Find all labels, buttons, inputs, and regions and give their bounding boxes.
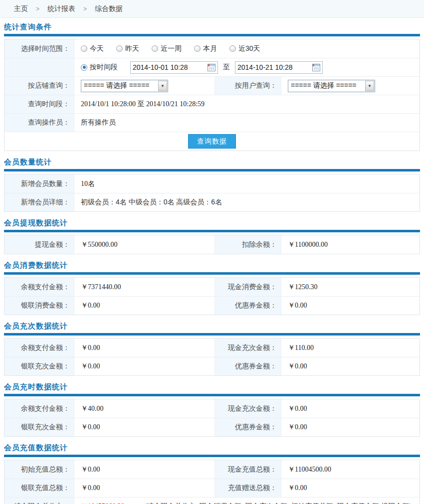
section-divider [4, 169, 420, 171]
row-value: 10名 [74, 174, 420, 193]
table-row: 银联充次金额： ￥0.00 优惠券金额： ￥0.00 [4, 418, 420, 436]
table-row: 提现金额： ￥550000.00 扣除余额： ￥1100000.00 [4, 235, 420, 254]
row-label: 新增会员数量： [4, 174, 74, 193]
row-label: 银联消费金额： [4, 297, 74, 315]
row-value: ￥11004500.00 [281, 460, 420, 479]
breadcrumb: 主页 > 统计报表 > 综合数据 [0, 0, 424, 18]
section-member-consume-stats: 会员消费数据统计 余额支付金额： ￥7371440.00 现金消费金额： ￥12… [0, 261, 424, 315]
row-value: ￥110.00 [281, 338, 420, 357]
date-from-value[interactable] [133, 63, 208, 71]
radio-option-last-week[interactable]: 近一周 [152, 44, 182, 53]
topup-stats-table: 初始充值总额： ￥0.00 现金充值总额： ￥11004500.00 银联充值总… [4, 460, 420, 504]
radio-last-week-icon[interactable] [152, 45, 158, 52]
period-controls: 按时间段 至 [74, 58, 420, 76]
date-to-value[interactable] [237, 63, 312, 71]
radio-this-month-label: 本月 [203, 44, 217, 53]
date-from-input[interactable] [130, 61, 218, 74]
radio-today-icon[interactable] [81, 45, 87, 52]
radio-period-label: 按时间段 [90, 63, 118, 72]
section-divider [4, 230, 420, 232]
calendar-icon[interactable] [312, 64, 320, 71]
query-period-label: 查询时间段： [4, 95, 74, 113]
radio-period-icon[interactable] [81, 64, 87, 71]
row-label: 余额支付金额： [4, 338, 74, 357]
date-to-separator: 至 [223, 63, 230, 72]
row-value: ￥7371440.00 [74, 278, 214, 296]
table-row: 新增会员数量： 10名 [4, 174, 420, 193]
radio-option-this-month[interactable]: 本月 [194, 44, 217, 53]
row-label: 银联充次金额： [4, 418, 74, 436]
row-value: ￥0.00 [74, 357, 214, 375]
breadcrumb-separator-icon: > [83, 5, 87, 12]
summary-label: 综合现金总收入： [4, 498, 74, 504]
recharge-time-table: 余额支付金额： ￥40.00 现金充次金额： ￥0.00 银联充次金额： ￥0.… [4, 399, 420, 437]
breadcrumb-separator-icon: > [36, 5, 39, 12]
row-label: 初始充值总额： [4, 460, 74, 479]
row-label: 充值赠送总额： [214, 479, 281, 497]
radio-option-period[interactable]: 按时间段 [81, 63, 118, 72]
query-operator-row: 查询操作员： 所有操作员 [4, 113, 420, 132]
table-row: 余额支付金额： ￥40.00 现金充次金额： ￥0.00 [4, 399, 420, 418]
section-title: 会员充时数据统计 [4, 382, 420, 392]
row-label: 扣除余额： [214, 235, 281, 254]
row-label: 银联充次金额： [4, 357, 74, 375]
shop-filter-cell: ===== 请选择 ===== ▼ [74, 77, 214, 95]
row-value: ￥1250.30 [281, 278, 420, 296]
row-label: 提现金额： [4, 235, 74, 254]
shop-select-value: ===== 请选择 ===== [81, 81, 158, 90]
row-label: 现金充值总额： [214, 460, 281, 479]
radio-last-30-days-label: 近30天 [238, 44, 260, 53]
table-row: 初始充值总额： ￥0.00 现金充值总额： ￥11004500.00 [4, 460, 420, 479]
radio-last-30-days-icon[interactable] [229, 45, 236, 52]
row-label: 优惠券金额： [214, 297, 281, 315]
user-select[interactable]: ===== 请选择 ===== ▼ [288, 80, 375, 92]
row-value: ￥0.00 [281, 418, 420, 436]
row-value: ￥0.00 [74, 297, 214, 315]
period-row: 按时间段 至 [4, 58, 420, 76]
breadcrumb-report[interactable]: 统计报表 [47, 4, 75, 13]
radio-option-today[interactable]: 今天 [81, 44, 104, 53]
table-row: 银联消费金额： ￥0.00 优惠券金额： ￥0.00 [4, 296, 420, 315]
row-label: 优惠券金额： [214, 418, 281, 436]
shop-select[interactable]: ===== 请选择 ===== ▼ [81, 80, 168, 92]
time-range-label: 选择时间范围： [4, 39, 74, 58]
radio-option-last-30-days[interactable]: 近30天 [229, 44, 260, 53]
row-value: ￥1100000.00 [281, 235, 420, 254]
date-to-input[interactable] [235, 61, 323, 74]
query-period-value: 2014/10/1 10:28:00 至 2014/10/21 10:28:59 [74, 95, 420, 113]
submit-row: 查询数据 [4, 132, 420, 151]
table-row: 余额支付金额： ￥0.00 现金充次金额： ￥110.00 [4, 338, 420, 357]
calendar-icon[interactable] [208, 64, 215, 71]
section-member-topup-stats: 会员充值数据统计 初始充值总额： ￥0.00 现金充值总额： ￥11004500… [0, 443, 424, 504]
consume-stats-table: 余额支付金额： ￥7371440.00 现金消费金额： ￥1250.30 银联消… [4, 277, 420, 315]
period-row-empty-label [4, 58, 74, 76]
radio-yesterday-icon[interactable] [116, 45, 123, 52]
section-query-conditions: 统计查询条件 选择时间范围： 今天 昨天 近一周 本月 [0, 22, 424, 151]
query-operator-value: 所有操作员 [74, 114, 420, 132]
row-label: 现金消费金额： [214, 278, 281, 296]
chevron-down-icon[interactable]: ▼ [158, 81, 167, 91]
radio-today-label: 今天 [90, 44, 104, 53]
row-value: ￥0.00 [74, 460, 214, 479]
query-period-row: 查询时间段： 2014/10/1 10:28:00 至 2014/10/21 1… [4, 95, 420, 113]
radio-option-yesterday[interactable]: 昨天 [116, 44, 139, 53]
chevron-down-icon[interactable]: ▼ [365, 81, 374, 91]
row-value: ￥550000.00 [74, 235, 214, 254]
section-divider [4, 34, 420, 36]
time-range-row: 选择时间范围： 今天 昨天 近一周 本月 [4, 39, 420, 58]
row-label: 余额支付金额： [4, 399, 74, 418]
section-divider [4, 394, 420, 396]
row-value: ￥0.00 [74, 338, 214, 357]
breadcrumb-home[interactable]: 主页 [14, 4, 28, 13]
section-member-count: 会员数量统计 新增会员数量： 10名 新增会员详细： 初级会员：4名 中级会员：… [0, 158, 424, 212]
section-divider [4, 272, 420, 275]
row-label: 现金充次金额： [214, 399, 281, 418]
radio-this-month-icon[interactable] [194, 45, 201, 52]
table-row: 银联充次金额： ￥0.00 优惠券金额： ￥0.00 [4, 357, 420, 375]
row-label: 现金充次金额： [214, 338, 281, 357]
summary-total-value: ￥10455860.30 [81, 502, 125, 504]
user-select-value: ===== 请选择 ===== [288, 81, 365, 90]
row-label: 新增会员详细： [4, 193, 74, 211]
section-member-withdraw-stats: 会员提现数据统计 提现金额： ￥550000.00 扣除余额： ￥1100000… [0, 218, 424, 254]
query-data-button[interactable]: 查询数据 [188, 134, 236, 149]
